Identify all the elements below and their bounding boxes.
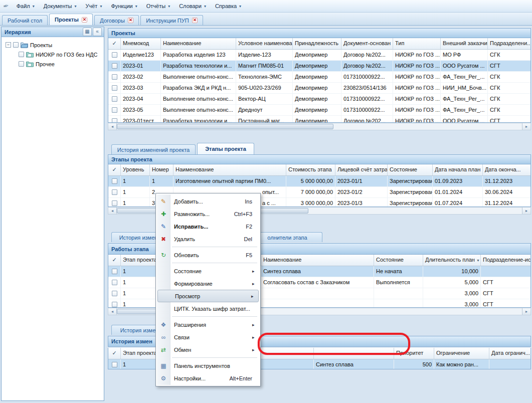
tree-checkbox[interactable] (19, 52, 24, 57)
row-checkbox[interactable] (112, 96, 117, 102)
column-header[interactable]: Подразделени... (488, 38, 531, 49)
column-header[interactable]: Наименование (161, 38, 236, 49)
menu-item[interactable]: ↻ОбновитьF5 (157, 249, 259, 261)
table-row[interactable]: 2023-01тестРазработка технологии и...Пос… (108, 116, 530, 123)
menubar-item-reports[interactable]: Отчёты▾ (142, 2, 174, 11)
menu-item[interactable]: ❖Расширения▸ (157, 318, 259, 331)
menu-item[interactable]: ⚙Настройки...Alt+Enter (157, 372, 259, 384)
table-row[interactable]: 2023-03Разработка ЭКД и РКД н...905-U020… (108, 83, 530, 94)
tab-close-icon[interactable]: ✕ (128, 18, 134, 23)
column-header[interactable]: Дата оконча... (483, 164, 531, 175)
tab-projects[interactable]: Проекты✕ (49, 14, 93, 25)
column-header[interactable]: Мнемокод (121, 38, 161, 49)
table-row[interactable]: 11Изготовление опытной партии ПМ0...5 00… (108, 176, 530, 187)
sidebar-collapse-button[interactable]: « (93, 28, 102, 36)
table-row[interactable]: 2023-02Выполнение опытно-конс...Технолог… (108, 72, 530, 83)
tree-node-projects[interactable]: − Проекты (2, 40, 104, 50)
column-header[interactable]: Внешний заказчик (441, 38, 488, 49)
projects-hscrollbar[interactable]: ◂ ▸ (108, 123, 531, 130)
column-header[interactable]: Документ-основан (341, 38, 393, 49)
check-all-header[interactable]: ✓ (108, 348, 121, 359)
expander-icon[interactable]: − (6, 42, 11, 48)
scroll-track[interactable] (308, 208, 522, 214)
menu-item[interactable]: ✎Добавить...Ins (157, 195, 259, 208)
row-checkbox[interactable] (112, 107, 117, 113)
tab-contracts[interactable]: Договоры✕ (94, 15, 139, 25)
table-row[interactable]: 2023-05Выполнение опытно-конс...Дредноут… (108, 105, 530, 116)
menu-item[interactable]: ЦИТК. Указать шифр затрат... (157, 302, 259, 315)
column-header[interactable]: Наименование (173, 164, 286, 175)
scroll-right-icon[interactable]: ▸ (522, 308, 530, 315)
column-header[interactable]: Состояние (374, 255, 423, 266)
row-checkbox[interactable] (112, 178, 117, 184)
check-all-header[interactable]: ✓ (108, 164, 121, 175)
row-checkbox[interactable] (112, 74, 117, 80)
row-checkbox[interactable] (112, 189, 117, 195)
column-header[interactable]: Подразделение-исп... (481, 255, 531, 266)
scroll-left-icon[interactable]: ◂ (108, 208, 117, 214)
menu-item[interactable]: ✖УдалитьDel (157, 233, 259, 245)
tab-stage-executors[interactable]: олнители этапа (252, 232, 322, 242)
menu-item[interactable]: Формирование▸ (157, 277, 259, 290)
column-header[interactable]: Лицевой счёт затрат (335, 164, 388, 175)
row-checkbox[interactable] (112, 291, 117, 296)
column-header[interactable]: Дата огранич... (489, 348, 531, 359)
row-checkbox[interactable] (112, 52, 117, 58)
row-checkbox[interactable] (112, 269, 117, 274)
tab-project-history[interactable]: История изменений проекта (111, 144, 196, 154)
row-checkbox[interactable] (112, 280, 117, 285)
menu-item[interactable]: ▦Панель инструментов (157, 359, 259, 372)
menu-item[interactable]: Просмотр▸ (157, 290, 259, 302)
scroll-track[interactable] (248, 308, 522, 315)
scroll-left-icon[interactable]: ◂ (108, 123, 117, 130)
row-checkbox[interactable] (112, 200, 117, 206)
scroll-left-icon[interactable]: ◂ (108, 308, 117, 315)
column-header[interactable]: Номер (150, 164, 173, 175)
menubar-item-accounting[interactable]: Учёт▾ (81, 2, 107, 11)
row-checkbox[interactable] (112, 63, 117, 69)
scroll-thumb[interactable] (117, 124, 333, 129)
column-header[interactable] (314, 348, 394, 359)
column-header[interactable]: Наименование (261, 255, 374, 266)
scroll-right-icon[interactable]: ▸ (522, 208, 530, 214)
column-header[interactable]: Уровень (121, 164, 150, 175)
tab-close-icon[interactable]: ✕ (192, 18, 198, 23)
row-checkbox[interactable] (112, 302, 117, 307)
tree-node-other[interactable]: Прочее (2, 59, 104, 69)
column-header[interactable]: Длительность план▼ (423, 255, 481, 266)
column-header[interactable]: Принадлежность (293, 38, 341, 49)
table-row[interactable]: 2023-01Разработка технологии и...Магнит … (108, 61, 530, 72)
column-header[interactable]: Дата начала план (433, 164, 483, 175)
menubar-item-help[interactable]: Справка▾ (211, 2, 246, 11)
menubar-item-file[interactable]: Файл▾ (12, 2, 39, 11)
table-row[interactable]: Изделие123Разработка изделия 123Изделие-… (108, 50, 530, 61)
column-header[interactable]: Условное наименова (236, 38, 293, 49)
column-header[interactable]: Состояние (388, 164, 433, 175)
menu-item[interactable]: ⇄Обмен▸ (157, 343, 259, 356)
check-all-header[interactable]: ✓ (108, 255, 121, 266)
tab-instructions[interactable]: Инструкции ПУП✕ (140, 15, 203, 25)
table-row[interactable]: 2023-04Выполнение опытно-конс...Вектор-А… (108, 94, 530, 105)
tab-project-stages[interactable]: Этапы проекта (197, 143, 254, 154)
tab-desktop[interactable]: Рабочий стол (2, 15, 48, 25)
menu-item[interactable]: ✚Размножить...Ctrl+F3 (157, 208, 259, 220)
tree-node-niokr[interactable]: НИОКР по ГОЗ без НДС (2, 50, 104, 59)
column-header[interactable]: Приоритет (394, 348, 434, 359)
row-checkbox[interactable] (112, 85, 117, 91)
menubar-item-functions[interactable]: Функции▾ (106, 2, 141, 11)
column-header[interactable]: Стоимость этапа (286, 164, 335, 175)
check-all-header[interactable]: ✓ (108, 38, 121, 49)
menu-item[interactable]: ✎Исправить...F2 (157, 220, 259, 233)
column-header[interactable]: Ограничение (434, 348, 489, 359)
menu-item[interactable]: ∞Связи▸ (157, 331, 259, 343)
menubar-item-documents[interactable]: Документы▾ (39, 2, 81, 11)
tab-close-icon[interactable]: ✕ (82, 17, 88, 23)
column-header[interactable]: Тип (393, 38, 441, 49)
scroll-right-icon[interactable]: ▸ (522, 123, 530, 130)
tree-checkbox[interactable] (13, 42, 19, 48)
tree-checkbox[interactable] (19, 61, 24, 67)
scroll-track[interactable] (333, 123, 522, 130)
sidebar-grid-button[interactable]: ▦ (83, 28, 92, 36)
row-checkbox[interactable] (112, 362, 117, 367)
menu-item[interactable]: Состояние▸ (157, 265, 259, 277)
